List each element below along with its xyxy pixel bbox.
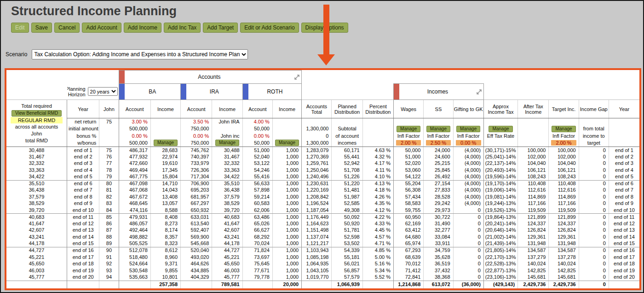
cell-roth-income: 1,000 [272, 200, 301, 207]
table-row: 45,650end of 1892524,6649,371464,62645,6… [6, 260, 639, 267]
cell-ba-income: 9,371 [150, 260, 180, 267]
cell-year-end: end of 6 [609, 180, 639, 187]
cell-accounts-total: 1,240,496 [302, 174, 332, 181]
cell-income-gap: 0 [579, 193, 609, 200]
infl-factor-wages[interactable]: 2.00 % [396, 140, 421, 146]
cell-ba-income: 8,273 [150, 220, 180, 227]
cell-year: end of 7 [67, 187, 99, 194]
setup-label-net-return: net return [67, 118, 99, 125]
cell-approx-income-tax: (22,877)-13% [483, 267, 518, 274]
cell-ira-account: 706,900 [181, 180, 212, 187]
cell-year-end: end of 16 [609, 247, 639, 254]
cell-ba-account: 498,882 [119, 234, 150, 240]
manage-gifting-button[interactable]: Manage [456, 126, 480, 132]
cell-year: end of 5 [67, 174, 99, 181]
expand-icon[interactable] [294, 74, 300, 80]
manage-ira-income-button[interactable]: Manage [215, 140, 239, 146]
edit-button[interactable]: Edit [11, 23, 29, 33]
cell-ira-account: 733,979 [181, 160, 212, 167]
accounts-group-label: Accounts [125, 74, 294, 80]
cell-ira-income: 32,332 [212, 160, 242, 167]
add-account-button[interactable]: Add Account [82, 23, 121, 33]
accounts-group-header: Accounts [119, 70, 302, 84]
cell-target-inc: 134,587 [549, 247, 579, 254]
edit-or-add-scenario-button[interactable]: Edit or Add Scenario [240, 23, 299, 33]
cell-wages: 65,974 [394, 240, 424, 247]
cell-roth-income: 1,000 [272, 240, 301, 247]
table-row: 31,467end of 276477,93222,974740,39731,4… [6, 153, 639, 160]
expand-icon[interactable] [476, 89, 482, 95]
footer-year-end [609, 281, 639, 288]
cell-year-end: end of 12 [609, 220, 639, 227]
table-row: 35,510end of 680467,09814,710706,90035,5… [6, 180, 639, 187]
cell-year: end of 10 [67, 207, 99, 214]
manage-roth-income-button[interactable]: Manage [275, 140, 299, 146]
footer-ss: 613,072 [424, 281, 453, 288]
cell-income-gap: 0 [579, 187, 609, 194]
manage-target-button[interactable]: Manage [552, 126, 575, 132]
cell-target-inc: 106,121 [549, 167, 579, 174]
cancel-button[interactable]: Cancel [54, 23, 80, 33]
planning-horizon-select[interactable]: 20 years [88, 87, 118, 96]
table-row: 43,241end of 1488498,8828,357569,90043,2… [6, 234, 639, 240]
cell-ss: 24,600 [424, 153, 453, 160]
cell-roth-income: 1,000 [272, 153, 301, 160]
cell-after-tax-income: 108,243 [518, 174, 549, 181]
add-target-button[interactable]: Add Target [203, 23, 238, 33]
cell-income-gap: 0 [579, 174, 609, 181]
infl-factor-gifting[interactable]: 0.00 % [456, 140, 481, 146]
cell-ira-income: 38,529 [212, 200, 242, 207]
table-row: 45,777end of 2094535,66310,801404,32945,… [6, 274, 639, 281]
setup-row-w-bonus: w/bonus 500,000 Manage 750,000 Manage 50… [6, 140, 639, 147]
setup-ira-w-bonus: 750,000 [181, 140, 212, 147]
cell-accounts-total: 1,164,623 [302, 220, 332, 227]
footer-target-inc: 2,429,736 [549, 281, 579, 288]
infl-factor-target[interactable]: 2.00 % [551, 140, 576, 146]
footer-roth-income: 20,000 [272, 281, 301, 288]
cell-income-gap: 0 [579, 227, 609, 234]
add-income-button[interactable]: Add Income [124, 23, 161, 33]
cell-ira-income: 30,488 [212, 147, 242, 154]
cell-year-end: end of 17 [609, 254, 639, 261]
cell-wages: 68,639 [394, 254, 424, 261]
table-row: 30,488end of 175486,31728,683745,76230,4… [6, 147, 639, 154]
cell-approx-income-tax: (23,106)-13% [483, 274, 518, 281]
manage-income-tax-button[interactable]: Manage [489, 126, 512, 132]
manage-wages-button[interactable]: Manage [397, 126, 420, 132]
cell-wages: 51,000 [394, 153, 424, 160]
cell-after-tax-income: 140,024 [518, 260, 549, 267]
rmd-panel-title: Total required [7, 103, 66, 110]
infl-factor-ss[interactable]: 2.50 % [426, 140, 450, 146]
cell-ba-income: 8,612 [150, 247, 180, 254]
save-button[interactable]: Save [31, 23, 52, 33]
cell-wages: 53,060 [394, 167, 424, 174]
cell-ss: 35,628 [424, 254, 453, 261]
cell-ira-income: 42,607 [212, 227, 242, 234]
cell-ba-account: 479,931 [119, 214, 150, 221]
view-beneficial-rmd-button[interactable]: View Beneficial RMD [12, 110, 62, 117]
col-header-after-tax-income: After Tax Income [518, 100, 549, 118]
cell-roth-income: 1,000 [272, 147, 301, 154]
cell-target-inc: 140,024 [549, 260, 579, 267]
col-header-wages: Wages [394, 100, 424, 118]
footer-rmd-total [6, 281, 67, 288]
scenario-select[interactable]: Tax Calculation Option: Adding Income an… [32, 49, 248, 59]
cell-roth-account: 73,697 [242, 254, 272, 261]
add-inc-tax-button[interactable]: Add Inc Tax [164, 23, 201, 33]
cell-target-inc: 104,040 [549, 160, 579, 167]
cell-target-inc: 126,824 [549, 227, 579, 234]
cell-accounts-total: 1,187,054 [302, 207, 332, 214]
manage-ba-income-button[interactable]: Manage [154, 140, 178, 146]
cell-target-inc: 117,166 [549, 200, 579, 207]
cell-ss: 31,490 [424, 220, 453, 227]
cell-income-gap: 0 [579, 234, 609, 240]
cell-year-end: end of 14 [609, 234, 639, 240]
cell-year: end of 12 [67, 220, 99, 227]
cell-wages: 62,169 [394, 220, 424, 227]
cell-wages: 52,020 [394, 160, 424, 167]
cell-year-end: end of 8 [609, 193, 639, 200]
cell-age: 87 [99, 227, 119, 234]
cell-accounts-total: 1,151,498 [302, 227, 332, 234]
manage-ss-button[interactable]: Manage [426, 126, 450, 132]
cell-rmd-total: 34,422 [6, 174, 67, 181]
